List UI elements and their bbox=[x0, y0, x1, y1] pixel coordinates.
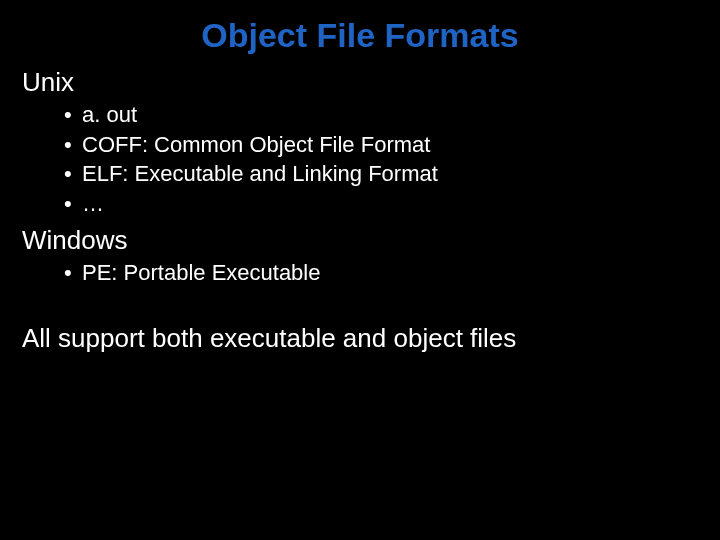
list-item: PE: Portable Executable bbox=[64, 258, 720, 288]
list-item: a. out bbox=[64, 100, 720, 130]
list-item: COFF: Common Object File Format bbox=[64, 130, 720, 160]
bullet-list-windows: PE: Portable Executable bbox=[0, 258, 720, 288]
list-item: ELF: Executable and Linking Format bbox=[64, 159, 720, 189]
slide: Object File Formats Unix a. out COFF: Co… bbox=[0, 0, 720, 540]
bullet-list-unix: a. out COFF: Common Object File Format E… bbox=[0, 100, 720, 219]
slide-title: Object File Formats bbox=[0, 0, 720, 61]
list-item: … bbox=[64, 189, 720, 219]
footnote-text: All support both executable and object f… bbox=[0, 323, 720, 354]
section-heading-windows: Windows bbox=[0, 225, 720, 256]
section-heading-unix: Unix bbox=[0, 67, 720, 98]
